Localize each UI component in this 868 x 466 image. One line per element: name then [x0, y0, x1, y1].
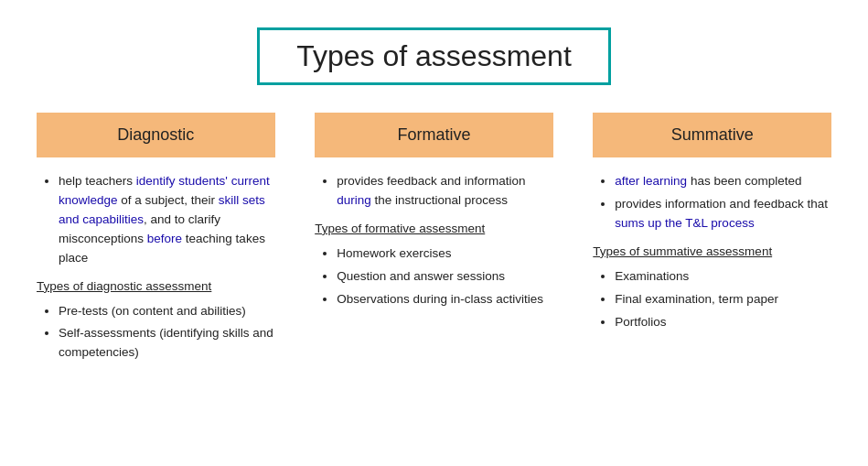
column-1: Formativeprovides feedback and informati…: [315, 113, 553, 372]
column-0: Diagnostichelp teachers identify student…: [37, 113, 275, 372]
columns-container: Diagnostichelp teachers identify student…: [18, 113, 850, 372]
title-box: Types of assessment: [257, 27, 611, 85]
column-header-1: Formative: [315, 113, 553, 157]
column-content-2: after learning has been completedprovide…: [593, 172, 831, 341]
subheading-2: Types of summative assessment: [593, 243, 831, 262]
bullet-sub-2-0: Examinations: [615, 267, 831, 287]
column-content-0: help teachers identify students' current…: [37, 172, 275, 372]
column-header-0: Diagnostic: [37, 113, 275, 157]
bullet-sub-1-2: Observations during in-class activities: [337, 290, 553, 309]
bullet-main-2-1: provides information and feedback that s…: [615, 195, 831, 233]
bullet-sub-0-1: Self-assessments (identifying skills and…: [59, 324, 275, 363]
bullet-main-2-0: after learning has been completed: [615, 172, 831, 191]
bullet-main-1-0: provides feedback and information during…: [337, 172, 553, 211]
column-header-2: Summative: [593, 113, 831, 157]
bullet-sub-0-0: Pre-tests (on content and abilities): [59, 302, 275, 321]
column-content-1: provides feedback and information during…: [315, 172, 553, 319]
bullet-sub-1-1: Question and answer sessions: [337, 267, 553, 287]
column-2: Summativeafter learning has been complet…: [593, 113, 831, 372]
bullet-sub-1-0: Homework exercises: [337, 244, 553, 264]
bullet-main-0-0: help teachers identify students' current…: [59, 172, 275, 268]
bullet-sub-2-2: Portfolios: [615, 313, 831, 332]
subheading-0: Types of diagnostic assessment: [37, 277, 275, 297]
bullet-sub-2-1: Final examination, term paper: [615, 290, 831, 309]
subheading-1: Types of formative assessment: [315, 220, 553, 239]
page-title: Types of assessment: [296, 39, 572, 73]
